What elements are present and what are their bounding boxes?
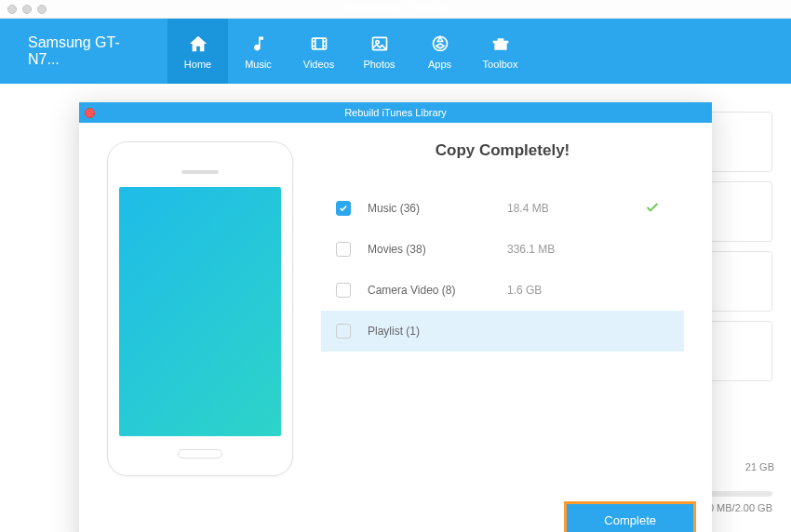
- window-minimize[interactable]: [22, 5, 32, 14]
- phone-mockup: [107, 141, 293, 476]
- traffic-lights: [7, 5, 47, 14]
- tab-apps[interactable]: Apps: [409, 19, 470, 84]
- videos-icon: [308, 33, 330, 55]
- tab-label: Toolbox: [483, 59, 518, 70]
- svg-rect-0: [312, 38, 326, 49]
- list-item[interactable]: Music (36) 18.4 MB: [321, 188, 684, 229]
- nav-tabs: Home Music Videos Photos Apps: [168, 19, 530, 84]
- app-title: Wondershare TunesGo: [342, 2, 449, 13]
- checkbox[interactable]: [336, 201, 351, 216]
- tab-label: Home: [184, 59, 211, 70]
- list-item[interactable]: Playlist (1): [321, 311, 684, 352]
- toolbox-icon: [489, 33, 512, 55]
- close-icon[interactable]: [85, 108, 95, 118]
- modal-content: Copy Completely! Music (36) 18.4 MB: [321, 141, 684, 476]
- window-maximize[interactable]: [37, 5, 47, 14]
- tab-label: Videos: [303, 59, 334, 70]
- complete-button[interactable]: Complete: [567, 504, 693, 532]
- list-item[interactable]: Camera Video (8) 1.6 GB: [321, 270, 684, 311]
- checkbox[interactable]: [336, 242, 351, 257]
- home-icon: [187, 33, 209, 55]
- tab-label: Photos: [363, 59, 395, 70]
- storage-side-label: 21 GB: [745, 461, 774, 472]
- modal-header: Rebuild iTunes Library: [79, 102, 712, 123]
- phone-speaker: [181, 170, 219, 174]
- modal-body: Copy Completely! Music (36) 18.4 MB: [79, 123, 712, 504]
- item-list: Music (36) 18.4 MB Movies (38: [321, 188, 684, 352]
- modal-footer: Complete: [79, 504, 712, 532]
- phone-screen: [119, 187, 281, 436]
- success-icon: [645, 200, 660, 218]
- top-nav: Wondershare TunesGo Samsung GT-N7... Hom…: [0, 19, 791, 84]
- tab-photos[interactable]: Photos: [349, 19, 409, 84]
- item-size: 336.1 MB: [507, 243, 600, 256]
- tab-label: Music: [245, 59, 272, 70]
- tab-label: Apps: [428, 59, 451, 70]
- tab-toolbox[interactable]: Toolbox: [470, 19, 530, 84]
- modal-heading: Copy Completely!: [321, 141, 684, 160]
- item-name: Playlist (1): [368, 325, 507, 338]
- item-size: 18.4 MB: [507, 202, 600, 215]
- photos-icon: [369, 33, 391, 55]
- modal-title: Rebuild iTunes Library: [344, 107, 447, 118]
- tab-music[interactable]: Music: [228, 19, 288, 84]
- checkbox[interactable]: [336, 283, 351, 298]
- tab-home[interactable]: Home: [168, 19, 228, 84]
- device-name: Samsung GT-N7...: [0, 34, 168, 68]
- item-name: Camera Video (8): [368, 284, 507, 297]
- item-size: 1.6 GB: [507, 284, 600, 297]
- music-icon: [248, 33, 270, 55]
- modal-dialog: Rebuild iTunes Library Copy Completely! …: [79, 102, 712, 532]
- tab-videos[interactable]: Videos: [288, 19, 349, 84]
- main-area: SD Card 210.70 MB/2.00 GB 21 GB Rebuild …: [0, 84, 791, 532]
- item-name: Music (36): [368, 202, 507, 215]
- checkbox[interactable]: [336, 324, 351, 339]
- item-name: Movies (38): [368, 243, 507, 256]
- apps-icon: [429, 33, 451, 55]
- window-close[interactable]: [7, 5, 17, 14]
- svg-point-2: [375, 41, 378, 44]
- list-item[interactable]: Movies (38) 336.1 MB: [321, 229, 684, 270]
- item-status: [600, 200, 669, 218]
- phone-home-button: [178, 449, 222, 459]
